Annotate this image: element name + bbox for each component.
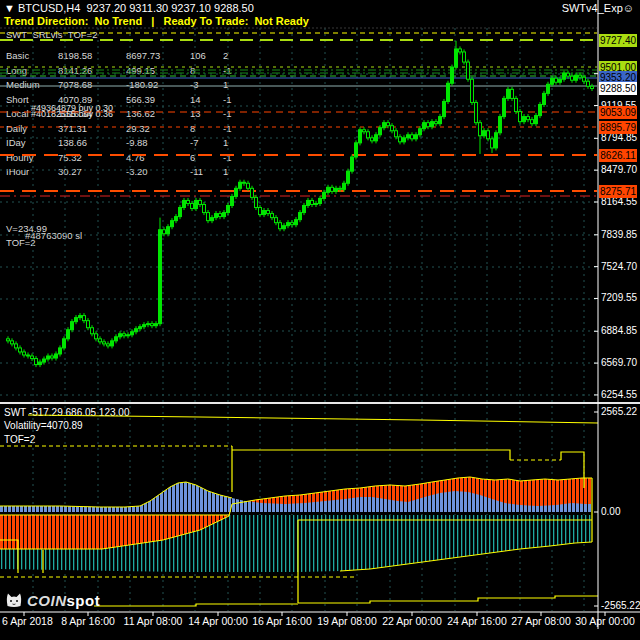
table-cell: 8 <box>190 123 195 134</box>
envelope-teal-bottom <box>340 542 592 571</box>
candle-body <box>191 203 194 208</box>
date-label: 19 Apr 08:00 <box>317 615 377 627</box>
table-cell: 7078.68 <box>58 79 92 90</box>
candle-body <box>559 79 562 82</box>
logo-coin-text: COIN <box>27 592 67 609</box>
date-label: 22 Apr 00:00 <box>382 615 442 627</box>
table-cell: -9.88 <box>126 137 148 148</box>
candle-body <box>579 75 582 77</box>
time-axis[interactable]: 6 Apr 20188 Apr 16:0011 Apr 08:0014 Apr … <box>0 613 640 640</box>
table-cell: -1 <box>223 123 231 134</box>
candle-body <box>459 49 462 52</box>
candle-body <box>207 213 210 221</box>
candle-body <box>475 102 478 122</box>
candle-body <box>551 78 554 84</box>
candle-body <box>123 334 126 336</box>
table-cell: 8141.26 <box>58 65 92 76</box>
candle-body <box>387 123 390 126</box>
indicator-footer-label: TOF=2 <box>6 237 36 248</box>
indicator-levels-table: Basic8198.588697.731062Long8141.26499.15… <box>6 47 256 197</box>
panel-divider <box>0 402 640 404</box>
candle-body <box>591 86 594 88</box>
candle-body <box>419 129 422 135</box>
table-cell: Basic <box>6 50 29 61</box>
volatility-scale-label: 0.00 <box>601 506 620 517</box>
window-menu-icon[interactable]: ▼ <box>4 2 15 14</box>
candle-body <box>175 217 178 221</box>
table-cell: -1 <box>223 94 231 105</box>
candle-body <box>347 171 350 183</box>
table-cell: 136.62 <box>126 108 155 119</box>
candle-body <box>299 213 302 220</box>
candle-body <box>35 359 38 365</box>
candle-body <box>383 123 386 128</box>
price-level-badge: 9053.09 <box>599 106 637 119</box>
candle-body <box>351 157 354 171</box>
candle-body <box>11 341 14 344</box>
table-cell: Short <box>6 94 29 105</box>
table-cell: -3.20 <box>126 166 148 177</box>
candle-body <box>439 117 442 124</box>
candle-body <box>155 324 158 326</box>
candle-body <box>443 101 446 116</box>
candle-body <box>399 137 402 142</box>
date-label: 6 Apr 2018 <box>2 615 53 627</box>
table-cell: Hourly <box>6 152 33 163</box>
volatility-red-wedge <box>0 515 229 549</box>
price-scale-label: 6884.85 <box>601 325 637 336</box>
candle-body <box>55 354 58 358</box>
table-cell: Daily <box>6 123 27 134</box>
indicator-title: SWT_SRLvls_TOF=2 <box>6 29 97 40</box>
table-cell: Long <box>6 65 27 76</box>
candle-body <box>167 227 170 234</box>
candle-body <box>427 123 430 127</box>
date-label: 30 Apr 00:00 <box>575 615 635 627</box>
table-cell: Local <box>6 108 29 119</box>
table-cell: -1 <box>223 108 231 119</box>
candle-body <box>411 135 414 139</box>
candle-body <box>7 339 10 341</box>
table-cell: IHour <box>6 166 29 177</box>
price-level-badge: 8895.79 <box>599 121 637 134</box>
volatility-yellow-line <box>0 540 18 573</box>
candle-body <box>335 188 338 191</box>
table-cell: 14 <box>190 94 201 105</box>
trend-status-line: Trend Direction: No Trend | Ready To Tra… <box>4 15 309 27</box>
table-cell: 499.15 <box>126 65 155 76</box>
candle-body <box>115 337 118 341</box>
candle-body <box>523 117 526 122</box>
envelope-wedge-bottom <box>0 516 229 549</box>
candle-body <box>147 324 150 325</box>
candle-body <box>183 200 186 207</box>
table-cell: IDay <box>6 137 26 148</box>
candle-body <box>215 214 218 218</box>
volatility-scale-label: -2565.22 <box>601 600 640 611</box>
price-level-badge: 8626.11 <box>599 149 637 162</box>
coinspot-logo: COINspot <box>5 590 100 610</box>
candle-body <box>519 112 522 122</box>
candle-body <box>203 204 206 212</box>
candle-body <box>479 123 482 136</box>
candle-body <box>367 132 370 138</box>
candle-body <box>483 131 486 136</box>
table-cell: 2 <box>223 50 228 61</box>
candle-body <box>555 78 558 82</box>
volatility-blue-area <box>0 482 592 512</box>
date-label: 27 Apr 08:00 <box>511 615 571 627</box>
candle-body <box>363 130 366 132</box>
table-cell: -1 <box>223 65 231 76</box>
candle-body <box>23 352 26 355</box>
candle-body <box>43 359 46 362</box>
candle-body <box>87 321 90 328</box>
candle-body <box>447 83 450 101</box>
candle-body <box>295 220 298 225</box>
candle-body <box>91 328 94 334</box>
mt4-chart-window[interactable]: ▼ BTCUSD,H4 9237.20 9311.30 9237.10 9288… <box>0 0 640 640</box>
price-axis[interactable]: 9434.709119.558794.858479.708164.557839.… <box>598 0 640 612</box>
candle-body <box>103 342 106 344</box>
subwindow-title: SWT -517.29 686.05 123.00 <box>4 407 129 418</box>
table-cell: -11 <box>190 166 203 177</box>
candle-body <box>19 348 22 352</box>
candle-body <box>47 356 50 359</box>
candle-body <box>255 197 258 207</box>
